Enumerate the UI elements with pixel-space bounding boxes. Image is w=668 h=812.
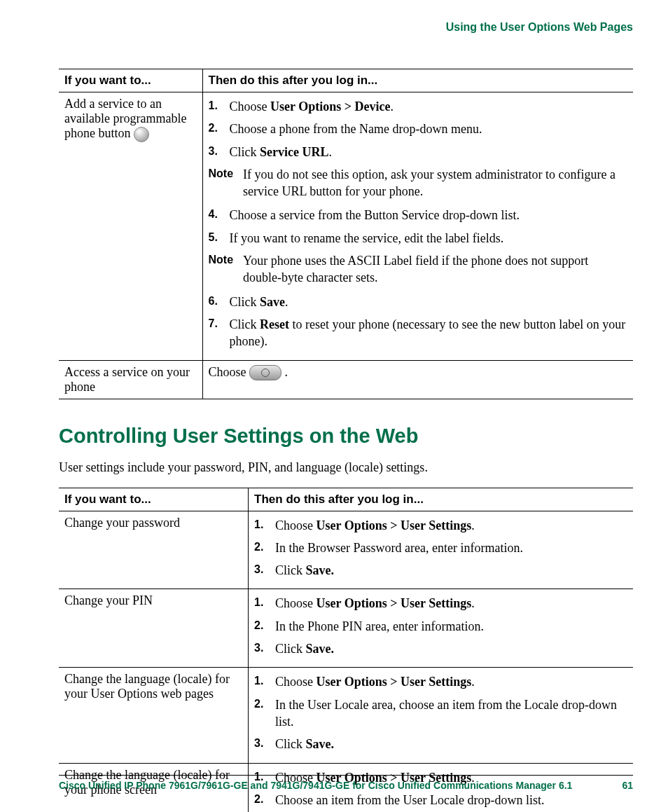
step-item: 2.In the Browser Password area, enter in…	[254, 539, 627, 556]
table2-header-left: If you want to...	[59, 488, 249, 511]
footer-page-number: 61	[622, 780, 633, 791]
step-number: 1.	[254, 595, 268, 612]
step-item: 1.Choose User Options > User Settings.	[254, 673, 627, 690]
step-list: 1.Choose User Options > User Settings.2.…	[254, 673, 627, 752]
step-list: 1.Choose User Options > Device.2.Choose …	[209, 98, 628, 160]
task-cell: Change the language (locale) for your Us…	[59, 668, 249, 763]
step-list: 1.Choose User Options > User Settings.2.…	[254, 595, 627, 657]
table-row: Add a service to an available programmab…	[59, 92, 633, 361]
page: Using the User Options Web Pages If you …	[0, 0, 668, 812]
step-text: Choose an item from the User Locale drop…	[275, 792, 544, 808]
table-header-left: If you want to...	[59, 69, 202, 92]
step-text: In the User Locale area, choose an item …	[275, 696, 627, 731]
step-item: 2.In the Phone PIN area, enter informati…	[254, 618, 627, 635]
step-text: Click Save.	[275, 562, 334, 579]
step-item: 2.Choose an item from the User Locale dr…	[254, 792, 627, 808]
task-cell: Access a service on your phone	[59, 360, 202, 399]
step-text: If you want to rename the service, edit …	[230, 230, 504, 247]
step-text: In the Phone PIN area, enter information…	[275, 618, 484, 635]
note-label: Note	[209, 252, 234, 287]
note-text: If you do not see this option, ask your …	[243, 166, 627, 200]
table-row: Change your PIN1.Choose User Options > U…	[59, 589, 633, 668]
running-header: Using the User Options Web Pages	[59, 21, 633, 34]
step-text: In the Browser Password area, enter info…	[275, 539, 523, 556]
services-button-icon	[249, 365, 281, 380]
table-row: Change your password1.Choose User Option…	[59, 511, 633, 589]
task-cell: Add a service to an available programmab…	[59, 92, 202, 361]
step-text: Click Service URL.	[230, 144, 332, 160]
note-label: Note	[209, 166, 234, 200]
step-item: 1.Choose User Options > Device.	[209, 98, 628, 115]
step-number: 1.	[254, 517, 268, 534]
step-item: 2.Choose a phone from the Name drop-down…	[209, 121, 628, 137]
step-item: 2.In the User Locale area, choose an ite…	[254, 696, 627, 731]
step-number: 4.	[209, 207, 223, 223]
table2-header-right: Then do this after you log in...	[249, 488, 633, 511]
step-number: 2.	[254, 696, 268, 731]
step-number: 5.	[209, 230, 223, 247]
table-row: Change the language (locale) for your Us…	[59, 668, 633, 763]
step-number: 3.	[254, 736, 268, 752]
footer-title: Cisco Unified IP Phone 7961G/7961G-GE an…	[59, 780, 572, 791]
step-text: Choose User Options > User Settings.	[275, 595, 475, 612]
step-number: 2.	[254, 792, 268, 808]
task-cell: Change your PIN	[59, 589, 249, 668]
step-list: 6.Click Save.7.Click Reset to reset your…	[209, 294, 628, 350]
step-text: Click Save.	[275, 736, 334, 752]
step-number: 1.	[254, 673, 268, 690]
note-row: NoteYour phone uses the ASCII Label fiel…	[209, 252, 628, 287]
step-text: Choose a service from the Button Service…	[230, 207, 520, 223]
step-number: 3.	[254, 640, 268, 657]
table-row: Access a service on your phoneChoose .	[59, 360, 633, 399]
step-number: 2.	[254, 539, 268, 556]
note-row: NoteIf you do not see this option, ask y…	[209, 166, 628, 200]
step-text: Choose User Options > User Settings.	[275, 673, 475, 690]
step-number: 1.	[209, 98, 223, 115]
step-number: 7.	[209, 316, 223, 350]
action-cell: 1.Choose User Options > Device.2.Choose …	[202, 92, 633, 361]
step-number: 6.	[209, 294, 223, 310]
step-item: 7.Click Reset to reset your phone (neces…	[209, 316, 628, 350]
section-intro: User settings include your password, PIN…	[59, 460, 633, 475]
step-text: Choose a phone from the Name drop-down m…	[230, 121, 482, 137]
table-header-right: Then do this after you log in...	[202, 69, 633, 92]
step-text: Click Save.	[230, 294, 288, 310]
step-number: 3.	[254, 562, 268, 579]
step-item: 3.Click Save.	[254, 640, 627, 657]
step-number: 3.	[209, 144, 223, 160]
action-cell: 1.Choose User Options > User Settings.2.…	[249, 668, 633, 763]
step-number: 2.	[254, 618, 268, 635]
step-item: 1.Choose User Options > User Settings.	[254, 517, 627, 534]
task-cell: Change your password	[59, 511, 249, 589]
table-user-settings: If you want to... Then do this after you…	[59, 488, 633, 812]
section-heading: Controlling User Settings on the Web	[59, 425, 633, 448]
step-item: 1.Choose User Options > User Settings.	[254, 595, 627, 612]
action-cell: 1.Choose User Options > User Settings.2.…	[249, 589, 633, 668]
step-list: 4.Choose a service from the Button Servi…	[209, 207, 628, 247]
action-cell: Choose .	[202, 360, 633, 399]
step-item: 5.If you want to rename the service, edi…	[209, 230, 628, 247]
step-item: 4.Choose a service from the Button Servi…	[209, 207, 628, 223]
step-text: Click Save.	[275, 640, 334, 657]
step-item: 3.Click Service URL.	[209, 144, 628, 160]
table-services: If you want to... Then do this after you…	[59, 69, 633, 399]
step-item: 6.Click Save.	[209, 294, 628, 310]
step-text: Click Reset to reset your phone (necessa…	[230, 316, 628, 350]
step-text: Choose User Options > User Settings.	[275, 517, 475, 534]
step-item: 3.Click Save.	[254, 736, 627, 752]
page-footer: Cisco Unified IP Phone 7961G/7961G-GE an…	[59, 775, 633, 791]
step-text: Choose User Options > Device.	[230, 98, 394, 115]
step-item: 3.Click Save.	[254, 562, 627, 579]
step-number: 2.	[209, 121, 223, 137]
action-cell: 1.Choose User Options > User Settings.2.…	[249, 511, 633, 589]
programmable-button-icon	[134, 127, 149, 142]
note-text: Your phone uses the ASCII Label field if…	[243, 252, 627, 287]
step-list: 1.Choose User Options > User Settings.2.…	[254, 517, 627, 579]
